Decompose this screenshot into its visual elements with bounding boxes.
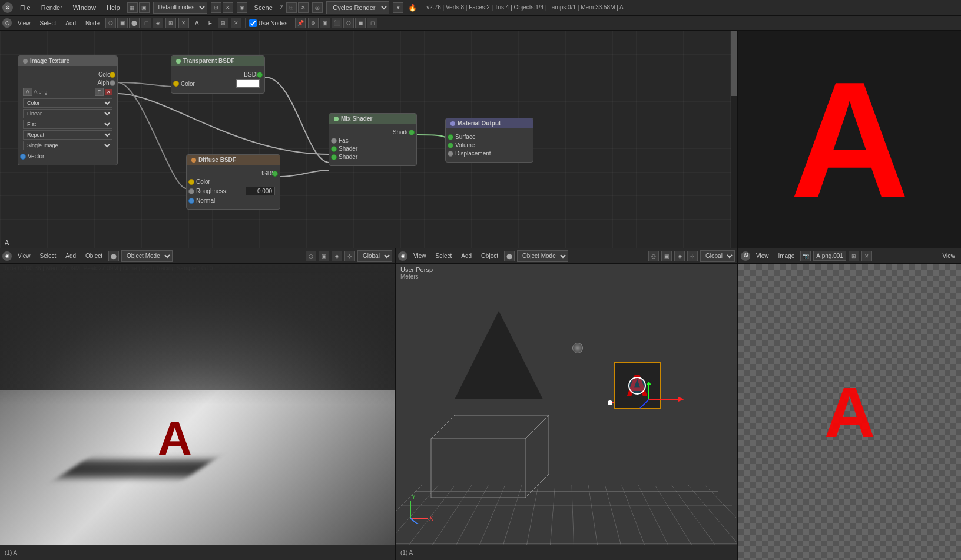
tb-icon5[interactable]: ◈ [153,18,163,28]
node-editor-icon[interactable]: ⬡ [2,18,12,28]
tb-r2[interactable]: ▣ [320,18,330,28]
mix-shader1-socket[interactable] [331,146,337,152]
vp-object[interactable]: Object [82,251,106,260]
scene-label[interactable]: Scene [251,3,276,12]
expand-btn[interactable]: ⊞ [211,2,221,13]
mix-shader-node[interactable]: Mix Shader Shader Fac Shad [329,113,417,166]
scene2-expand-btn[interactable]: ⊞ [286,2,297,13]
mat-disp-socket[interactable] [448,151,453,157]
diffuse-bsdf-out-socket[interactable] [272,171,278,177]
normal-socket[interactable] [188,198,194,204]
tb-r1[interactable]: ⊛ [308,18,319,28]
scene-nav-btn[interactable]: ◎ [312,2,323,13]
tb-expand[interactable]: ⊞ [218,18,228,28]
vp-add[interactable]: Add [62,251,79,260]
img-ed-expand[interactable]: ⊞ [849,251,859,261]
img-filename[interactable]: A.png.001 [813,251,846,261]
3d-add[interactable]: Add [458,251,475,260]
node-mode-select[interactable]: Default nodes [153,2,207,14]
3d-canvas[interactable]: User Persp Meters [396,264,737,545]
scene2-close-btn[interactable]: ✕ [298,2,309,13]
tb-icon3[interactable]: ⬤ [129,18,140,28]
mix-shader2-socket[interactable] [331,154,337,160]
diffuse-color-socket[interactable] [188,179,194,185]
scene-icon-btn[interactable]: ◉ [237,2,247,13]
vp-mode-select[interactable]: Object Mode [121,250,173,262]
3d-global-select[interactable]: Global [700,250,735,262]
vector-in-socket[interactable] [20,154,26,160]
color-in-socket[interactable] [173,81,179,87]
extension-select[interactable]: Repeat [23,130,112,140]
view-mode-btn2[interactable]: ▣ [139,2,150,13]
color-swatch[interactable] [236,79,260,88]
tb-r5[interactable]: ◼ [355,18,366,28]
source-select[interactable]: Single Image [23,141,112,150]
vp-icon[interactable]: ◉ [2,251,12,261]
mix-fac-socket[interactable] [331,138,337,144]
use-nodes-input[interactable] [249,19,257,27]
app-icon[interactable]: ⚙ [2,2,13,13]
tb-icon2[interactable]: ▣ [117,18,128,28]
3d-mode-icon[interactable]: ⬤ [504,251,515,261]
menu-help[interactable]: Help [103,3,124,12]
node-editor-canvas[interactable]: Image Texture Color Alpha [0,31,737,248]
tb-r6[interactable]: ◻ [367,18,377,28]
use-nodes-checkbox[interactable]: Use Nodes [249,19,287,27]
menu-window[interactable]: Window [69,3,100,12]
3d-mode-select[interactable]: Object Mode [517,250,568,262]
vp-mode-icon[interactable]: ⬤ [108,251,119,261]
f-btn[interactable]: F [205,19,216,28]
renderer-expand-btn[interactable]: ▾ [393,2,403,13]
3d-btn4[interactable]: ⊹ [687,251,698,261]
img-ed-view[interactable]: View [753,251,773,260]
vp-btn1[interactable]: ◎ [306,251,316,261]
img-ed-view-btn[interactable]: View [939,251,959,260]
menu-render[interactable]: Render [38,3,66,12]
vp-btn4[interactable]: ⊹ [344,251,355,261]
node-editor-vscroll[interactable] [731,31,737,248]
interpolation-select[interactable]: Linear [23,109,112,118]
roughness-input[interactable]: 0.000 [246,187,275,195]
img-btn1[interactable]: A [23,88,32,96]
projection-select[interactable]: Flat [23,120,112,129]
vp-btn2[interactable]: ▣ [319,251,329,261]
renderer-select[interactable]: Cycles Render [326,1,389,14]
img-ed-icon[interactable]: 🖼 [741,251,750,261]
3d-btn1[interactable]: ◎ [648,251,659,261]
tb-icon4[interactable]: ◻ [141,18,151,28]
bsdf-out-socket[interactable] [257,72,263,78]
roughness-socket[interactable] [188,188,194,194]
tb-icon7[interactable]: ✕ [178,18,189,28]
vp-global-select[interactable]: Global [357,250,392,262]
3d-select[interactable]: Select [432,251,456,260]
tb-close[interactable]: ✕ [231,18,241,28]
color-out-socket[interactable] [110,72,115,78]
transparent-bsdf-node[interactable]: Transparent BSDF BSDF Color [171,55,265,94]
tb-icon6[interactable]: ⊞ [165,18,176,28]
image-editor-canvas[interactable]: A [738,264,961,560]
close-btn[interactable]: ✕ [223,2,233,13]
menu-file[interactable]: File [16,3,34,12]
3d-object[interactable]: Object [478,251,502,260]
vp-select[interactable]: Select [37,251,60,260]
toolbar-node[interactable]: Node [82,19,103,28]
toolbar-select[interactable]: Select [37,19,60,28]
alpha-out-socket[interactable] [110,80,115,86]
img-close-btn[interactable]: ✕ [105,89,112,95]
img-ed-image[interactable]: Image [775,251,798,260]
material-output-node[interactable]: Material Output Surface Volume [445,118,533,163]
tb-r3[interactable]: ⬛ [332,18,342,28]
vp-btn3[interactable]: ◈ [332,251,342,261]
3d-btn2[interactable]: ▣ [661,251,672,261]
image-texture-node[interactable]: Image Texture Color Alpha [18,55,118,165]
toolbar-add[interactable]: Add [62,19,79,28]
3d-btn3[interactable]: ◈ [674,251,685,261]
3d-icon[interactable]: ◉ [398,251,407,261]
mat-volume-socket[interactable] [448,143,453,148]
tb-pin[interactable]: 📌 [295,18,306,28]
vp-view[interactable]: View [14,251,34,260]
toolbar-view[interactable]: View [14,19,34,28]
mix-shader-out-socket[interactable] [409,130,415,135]
mat-surface-socket[interactable] [448,134,453,140]
view-mode-btn[interactable]: ▦ [127,2,138,13]
